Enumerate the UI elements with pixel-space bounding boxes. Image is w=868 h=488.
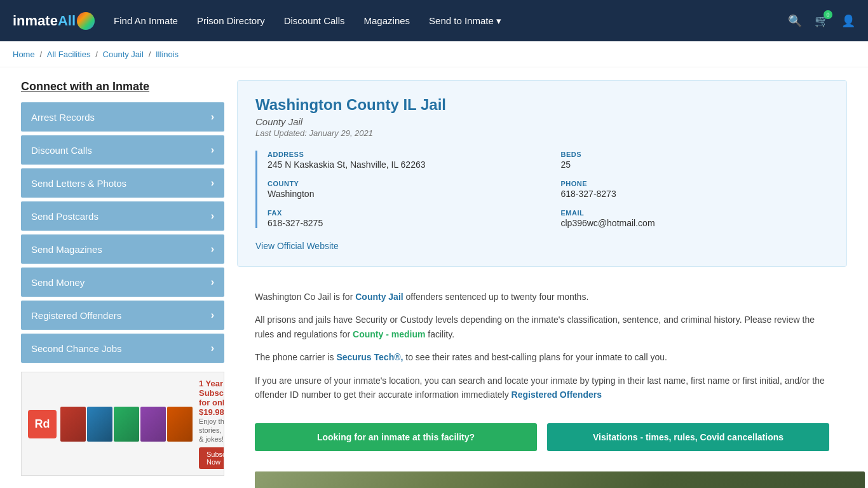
cta-buttons: Looking for an inmate at this facility? … [237,423,847,461]
ad-book-3 [114,407,139,442]
breadcrumb-illinois[interactable]: Illinois [156,50,179,59]
email-value: clp396wc@hotmail.com [561,218,829,228]
cart-badge: 0 [824,10,832,19]
beds-block: BEDS 25 [561,151,829,170]
email-label: EMAIL [561,209,829,217]
ad-tagline: Enjoy the BEST stories, advice & jokes! [199,417,224,443]
aerial-facility-image [255,471,865,488]
sidebar-label-send-letters: Send Letters & Photos [31,178,126,189]
desc-para-4: If you are unsure of your inmate's locat… [255,374,829,402]
breadcrumb-sep-3: / [149,50,153,59]
inmate-lookup-button[interactable]: Looking for an inmate at this facility? [255,423,537,451]
address-value: 245 N Kaskaskia St, Nashville, IL 62263 [268,159,536,170]
navbar: inmateAll Find An Inmate Prison Director… [0,0,868,41]
desc-para-2: All prisons and jails have Security or C… [255,313,829,341]
sidebar-label-send-postcards: Send Postcards [31,211,98,222]
chevron-icon-6: › [211,309,214,321]
sidebar-title: Connect with an Inmate [21,80,224,93]
breadcrumb-home[interactable]: Home [13,50,35,59]
sidebar-item-send-magazines[interactable]: Send Magazines › [21,234,224,264]
page-layout: Connect with an Inmate Arrest Records › … [8,80,860,488]
cart-icon[interactable]: 🛒 0 [815,14,829,28]
nav-prison-directory[interactable]: Prison Directory [197,15,265,26]
securus-link[interactable]: Securus Tech®, [336,352,403,362]
address-label: ADDRESS [268,151,536,158]
ad-books [60,407,193,442]
chevron-icon-2: › [211,177,214,189]
chevron-icon-3: › [211,210,214,222]
sidebar-label-arrest-records: Arrest Records [31,112,95,123]
logo[interactable]: inmateAll [13,12,95,30]
sidebar-item-discount-calls[interactable]: Discount Calls › [21,135,224,165]
user-icon[interactable]: 👤 [841,14,855,28]
ad-text-block: 1 Year Subscription for only $19.98 Enjo… [199,379,224,469]
breadcrumb: Home / All Facilities / County Jail / Il… [13,49,855,59]
ad-rd-logo: Rd [28,410,57,438]
facility-title: Washington County IL Jail [255,96,829,114]
county-jail-link-1[interactable]: County Jail [355,292,403,302]
email-block: EMAIL clp396wc@hotmail.com [561,209,829,228]
sidebar-item-send-letters[interactable]: Send Letters & Photos › [21,168,224,198]
search-icon[interactable]: 🔍 [788,14,802,28]
ad-content: Rd 1 Year Subscription for only $19.98 E… [28,379,217,469]
logo-icon [77,12,95,30]
sidebar-item-second-chance-jobs[interactable]: Second Chance Jobs › [21,334,224,363]
ad-book-4 [140,407,166,442]
sidebar-label-send-magazines: Send Magazines [31,244,102,255]
breadcrumb-county-jail[interactable]: County Jail [103,50,144,59]
website-link[interactable]: View Official Website [255,241,339,251]
chevron-icon-1: › [211,144,214,156]
main-content: Washington County IL Jail County Jail La… [237,80,847,488]
desc-para-3: The phone carrier is Securus Tech®, to s… [255,350,829,364]
county-medium-link[interactable]: County - medium [353,329,425,339]
sidebar-item-send-postcards[interactable]: Send Postcards › [21,201,224,231]
fax-value: 618-327-8275 [268,218,536,228]
breadcrumb-all-facilities[interactable]: All Facilities [47,50,91,59]
address-block: ADDRESS 245 N Kaskaskia St, Nashville, I… [268,151,536,170]
breadcrumb-bar: Home / All Facilities / County Jail / Il… [0,41,868,67]
ad-book-1 [60,407,86,442]
ad-subscribe-button[interactable]: Subscribe Now [199,447,224,469]
facility-last-updated: Last Updated: January 29, 2021 [255,128,829,138]
phone-block: PHONE 618-327-8273 [561,180,829,199]
beds-value: 25 [561,159,829,170]
nav-discount-calls[interactable]: Discount Calls [284,15,345,26]
fax-block: FAX 618-327-8275 [268,209,536,228]
facility-card: Washington County IL Jail County Jail La… [237,80,847,267]
chevron-icon-0: › [211,111,214,123]
sidebar-item-send-money[interactable]: Send Money › [21,268,224,297]
visitations-button[interactable]: Visitations - times, rules, Covid cancel… [547,423,829,451]
county-label: COUNTY [268,180,536,187]
facility-info-grid: ADDRESS 245 N Kaskaskia St, Nashville, I… [255,151,829,228]
county-block: COUNTY Washington [268,180,536,199]
phone-label: PHONE [561,180,829,187]
sidebar-label-discount-calls: Discount Calls [31,145,92,156]
sidebar-item-registered-offenders[interactable]: Registered Offenders › [21,301,224,330]
chevron-icon-7: › [211,342,214,354]
sidebar-ad: Rd 1 Year Subscription for only $19.98 E… [21,372,224,476]
navbar-icons: 🔍 🛒 0 👤 [788,14,855,28]
nav-magazines[interactable]: Magazines [364,15,410,26]
beds-label: BEDS [561,151,829,158]
description-section: Washington Co Jail is for County Jail of… [237,277,847,423]
desc-para-1: Washington Co Jail is for County Jail of… [255,290,829,304]
ad-book-2 [87,407,112,442]
sidebar-label-registered-offenders: Registered Offenders [31,310,121,321]
phone-value: 618-327-8273 [561,189,829,199]
county-value: Washington [268,189,536,199]
registered-offenders-link[interactable]: Registered Offenders [512,390,602,400]
nav-find-inmate[interactable]: Find An Inmate [114,15,178,26]
breadcrumb-sep-1: / [40,50,44,59]
fax-label: FAX [268,209,536,217]
logo-text: inmateAll [13,13,76,29]
sidebar-label-send-money: Send Money [31,277,85,288]
sidebar-label-second-chance-jobs: Second Chance Jobs [31,343,122,354]
ad-subscription-text: 1 Year Subscription for only $19.98 [199,379,224,417]
facility-type: County Jail [255,116,829,127]
breadcrumb-sep-2: / [95,50,100,59]
ad-book-5 [167,407,193,442]
chevron-icon-4: › [211,243,214,255]
chevron-icon-5: › [211,276,214,288]
nav-send-to-inmate[interactable]: Send to Inmate ▾ [429,15,501,27]
sidebar-item-arrest-records[interactable]: Arrest Records › [21,102,224,132]
